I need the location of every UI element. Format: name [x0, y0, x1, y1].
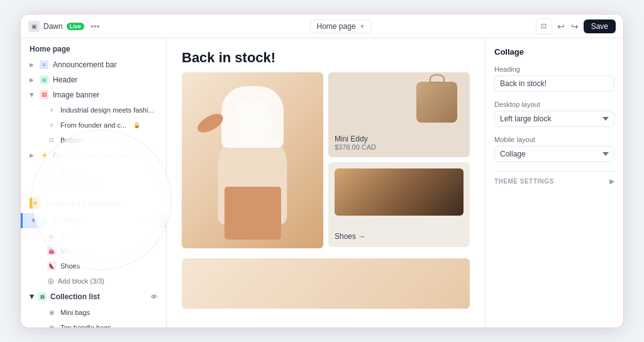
- preview-heading: Back in stock!: [167, 38, 485, 72]
- collage-grid: Mini Eddy $378.00 CAD Shoes →: [167, 72, 485, 258]
- bag-thumbnail: [416, 82, 457, 123]
- header-label: Header: [53, 75, 77, 84]
- chevron-right-icon-2: ▶: [30, 77, 34, 83]
- drag-icon-collage[interactable]: ⠿: [152, 217, 157, 225]
- sidebar-item-featured-collection[interactable]: ★ Featured collection: [21, 193, 166, 213]
- panel-title: Collage: [494, 47, 614, 57]
- save-button[interactable]: Save: [584, 19, 616, 33]
- heading-group: Heading: [494, 65, 614, 92]
- chevron-down-icon-2: ▶: [29, 93, 35, 97]
- sidebar-item-top-handle[interactable]: ▣ Top handle bags: [21, 320, 166, 328]
- add-block-collage-label: Add block (3/3): [58, 277, 104, 285]
- text-icon: ≡: [47, 106, 56, 114]
- mini-eddy-product-name: Mini Eddy: [335, 135, 464, 143]
- legs: [225, 187, 281, 240]
- announcement-bar-label: Announcement bar: [53, 60, 116, 69]
- redo-button[interactable]: ↪: [570, 20, 580, 33]
- shoes-icon: 👠: [47, 262, 56, 270]
- undo-button[interactable]: ↩: [556, 20, 566, 33]
- sidebar-item-bags[interactable]: 👜 Bags: [21, 228, 166, 243]
- preview-bottom-section: [182, 258, 470, 309]
- sidebar-item-header[interactable]: ▶ ⊟ Header: [21, 72, 166, 87]
- chevron-down-collage: ▶: [31, 219, 37, 223]
- sidebar-item-mini-eddy[interactable]: 👛 Mini Eddy: [21, 243, 166, 258]
- top-handle-label: Top handle bags: [60, 324, 111, 328]
- store-icon: ▣: [28, 21, 40, 32]
- eye-icon-collage[interactable]: 👁: [142, 217, 148, 225]
- preview-area: Back in stock!: [167, 38, 485, 328]
- chevron-down-collection: ▶: [29, 295, 35, 299]
- mini-eddy-price: $378.00 CAD: [335, 143, 464, 151]
- sidebar-item-button[interactable]: ≡ Button 👁: [21, 163, 166, 178]
- desktop-layout-select[interactable]: Left large block Right large block Grid: [494, 111, 614, 127]
- sidebar-page-title: Home page: [21, 38, 166, 57]
- collection-list-label: Collection list: [50, 292, 100, 301]
- add-block-collage[interactable]: ⊕ Add block (3/3): [21, 273, 166, 289]
- collage-label: Collage: [53, 216, 80, 225]
- white-top: [221, 86, 284, 148]
- plus-icon-functional: ⊕: [47, 180, 55, 190]
- collage-product-mini-eddy: Mini Eddy $378.00 CAD: [328, 72, 470, 157]
- mobile-layout-label: Mobile layout: [494, 136, 614, 143]
- buttons-label: Buttons: [60, 136, 84, 144]
- collage-actions: 👁 ⠿: [142, 217, 157, 225]
- functional-label: Functional handbags me...: [53, 152, 135, 159]
- chevron-right-theme: ▶: [609, 178, 615, 185]
- chevron-right-icon: ▶: [30, 62, 34, 68]
- add-block-label-functional: Add block (3/3): [58, 182, 104, 189]
- sidebar-item-collection-list[interactable]: ▶ ⊟ Collection list 👁: [21, 289, 166, 305]
- mini-eddy-label: Mini Eddy: [60, 247, 91, 255]
- bag-handle: [430, 74, 445, 83]
- chevron-right-icon-3: ▶: [30, 152, 34, 158]
- bags-icon: 👜: [47, 231, 56, 240]
- bags-label: Bags: [60, 232, 76, 240]
- sidebar-item-founder[interactable]: ≡ From founder and c... 🔒: [21, 118, 166, 133]
- image-banner-icon: 🖼: [40, 91, 48, 99]
- mobile-layout-select[interactable]: Collage Column Row: [494, 146, 614, 162]
- chevron-down-icon: ▼: [360, 23, 365, 30]
- sidebar-item-functional[interactable]: ▶ ⚡ Functional handbags me...: [21, 148, 166, 163]
- sidebar-item-announcement[interactable]: ▶ ≡ Announcement bar: [21, 57, 166, 72]
- sidebar: Home page ▶ ≡ Announcement bar ▶ ⊟ Heade…: [21, 38, 167, 328]
- top-handle-icon: ▣: [47, 323, 56, 328]
- heading-input[interactable]: [494, 75, 614, 92]
- hide-icon[interactable]: 👁: [151, 167, 157, 174]
- desktop-layout-label: Desktop layout: [494, 101, 614, 108]
- button-label: Button: [60, 167, 80, 174]
- mini-bags-label: Mini bags: [60, 309, 90, 316]
- featured-collection-label: Featured collection: [46, 199, 121, 208]
- main-area: Home page ▶ ≡ Announcement bar ▶ ⊟ Heade…: [21, 38, 623, 328]
- dots-menu[interactable]: •••: [91, 21, 100, 31]
- theme-settings-label: THEME SETTINGS: [494, 178, 554, 185]
- top-bar: ▣ Dawn Live ••• Home page ▼ ⊡ ↩ ↪ Save: [21, 14, 623, 38]
- sidebar-item-buttons[interactable]: ⊡ Buttons: [21, 133, 166, 148]
- shoes-label: Shoes: [60, 262, 80, 270]
- top-bar-right: ⊡ ↩ ↪ Save: [528, 18, 616, 35]
- page-title: Home page: [317, 22, 356, 31]
- shoes-thumbnail: [335, 168, 464, 216]
- sidebar-item-collage[interactable]: ▶ ⊞ Collage 👁 ⠿: [21, 213, 166, 228]
- mobile-layout-group: Mobile layout Collage Column Row: [494, 136, 614, 162]
- page-selector[interactable]: Home page ▼: [310, 19, 372, 33]
- header-icon: ⊟: [40, 75, 48, 84]
- store-name: Dawn: [43, 22, 63, 31]
- desktop-layout-group: Desktop layout Left large block Right la…: [494, 101, 614, 127]
- sidebar-item-mini-bags[interactable]: ▣ Mini bags: [21, 305, 166, 320]
- collage-right-column: Mini Eddy $378.00 CAD Shoes →: [328, 72, 470, 248]
- functional-icon: ⚡: [40, 151, 48, 160]
- collage-product-shoes: Shoes →: [328, 162, 470, 247]
- hide-icon-collection[interactable]: 👁: [151, 294, 157, 301]
- mini-bags-icon: ▣: [47, 308, 56, 317]
- mini-eddy-icon: 👛: [47, 246, 56, 255]
- theme-settings-row[interactable]: THEME SETTINGS ▶: [494, 171, 614, 185]
- collage-main-image: [182, 72, 323, 248]
- sidebar-item-image-banner[interactable]: ▶ 🖼 Image banner: [21, 87, 166, 102]
- shoes-link[interactable]: Shoes →: [335, 232, 464, 241]
- sidebar-item-shoes[interactable]: 👠 Shoes: [21, 258, 166, 273]
- collection-list-icon: ⊟: [38, 292, 47, 301]
- heading-label: Heading: [494, 65, 614, 73]
- announcement-bar-icon: ≡: [40, 60, 48, 69]
- sidebar-item-industrial[interactable]: ≡ Industrial design meets fashi...: [21, 102, 166, 118]
- desktop-icon[interactable]: ⊡: [536, 18, 552, 35]
- add-block-functional[interactable]: ⊕ Add block (3/3): [21, 178, 166, 193]
